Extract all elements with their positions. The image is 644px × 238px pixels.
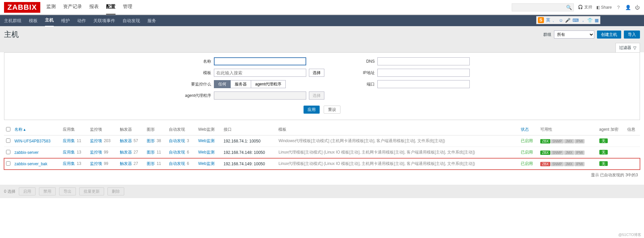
group-select[interactable]: 所有: [554, 31, 594, 39]
filter-proxy-select-button: 选择: [309, 92, 324, 100]
apps-link[interactable]: 应用集: [63, 161, 75, 166]
ime-skin-icon[interactable]: 👕: [587, 18, 593, 23]
apps-link[interactable]: 应用集: [63, 138, 75, 143]
col-name[interactable]: 名称 ▴: [14, 127, 26, 132]
status-link[interactable]: 已启用: [521, 138, 533, 143]
ime-lang[interactable]: 英: [546, 17, 550, 23]
support-link[interactable]: 🎧 支持: [578, 4, 592, 10]
filter-apply-button[interactable]: 应用: [304, 106, 320, 114]
create-host-button[interactable]: 创建主机: [597, 31, 621, 39]
subnav-templates[interactable]: 模板: [29, 15, 38, 26]
info-cell: [625, 147, 640, 158]
ime-face-icon[interactable]: ☺: [559, 18, 563, 23]
filter-ip-input[interactable]: [377, 69, 470, 77]
bulk-enable-button[interactable]: 启用: [19, 187, 36, 195]
items-link[interactable]: 监控项: [90, 161, 102, 166]
status-link[interactable]: 已启用: [521, 150, 533, 155]
host-name-link[interactable]: WIN-UFS4PB37583: [14, 139, 50, 143]
availability-cell: ZBXSNMPJMXIPMI: [538, 135, 597, 147]
graphs-link[interactable]: 图形: [147, 161, 155, 166]
subnav-actions[interactable]: 动作: [77, 15, 86, 26]
hosts-table-wrap: 名称 ▴ 应用集 监控项 触发器 图形 自动发现 Web监测 接口 模板 状态 …: [0, 124, 644, 185]
web-link[interactable]: Web监测: [198, 161, 214, 166]
bulk-export-button[interactable]: 导出: [59, 187, 76, 195]
host-name-link[interactable]: zabbix-server: [14, 150, 39, 155]
ime-keyboard-icon[interactable]: ⌨: [572, 18, 579, 23]
subnav-hosts[interactable]: 主机: [45, 14, 54, 27]
filter-name-input[interactable]: [214, 57, 306, 65]
discovery-link[interactable]: 自动发现: [169, 138, 185, 143]
ime-logo-icon: S: [538, 17, 544, 23]
templates-cell: Linux代理模板[主动模式] (Linux IO 模板[主动], 主机网卡通用…: [276, 158, 519, 170]
row-checkbox[interactable]: [6, 138, 10, 143]
filter-monitor-server[interactable]: 服务器: [231, 80, 251, 88]
bulk-disable-button[interactable]: 禁用: [39, 187, 56, 195]
col-info: 信息: [625, 124, 640, 135]
share-link[interactable]: ◧ Share: [596, 5, 612, 10]
col-status[interactable]: 状态: [521, 127, 529, 132]
discovery-link[interactable]: 自动发现: [169, 150, 185, 155]
iface-cell: 192.168.74.1: 10050: [222, 135, 277, 147]
row-checkbox[interactable]: [6, 161, 10, 166]
ime-grid-icon[interactable]: ▦: [595, 18, 599, 23]
web-link[interactable]: Web监测: [198, 138, 214, 143]
items-link[interactable]: 监控项: [90, 150, 102, 155]
top-right: 🔍 🎧 支持 ◧ Share ? 👤 ⏻: [512, 3, 640, 11]
filter-template-select-button[interactable]: 选择: [309, 69, 324, 77]
ime-toolbar[interactable]: S 英 、 ☺ 🎤 ⌨ ， 👕 ▦: [536, 16, 600, 24]
triggers-link[interactable]: 触发器: [120, 138, 132, 143]
filter-monitor-proxy[interactable]: agent代理程序: [251, 80, 286, 88]
table-row: zabbix-server应用集 13监控项 99触发器 27图形 11自动发现…: [4, 147, 640, 158]
encryption-badge: 无: [599, 161, 608, 166]
select-all-checkbox[interactable]: [6, 127, 10, 131]
ime-punct[interactable]: ，: [581, 17, 585, 23]
import-button[interactable]: 导入: [624, 31, 640, 39]
graphs-link[interactable]: 图形: [147, 138, 155, 143]
triggers-link[interactable]: 触发器: [120, 161, 132, 166]
items-link[interactable]: 监控项: [90, 138, 102, 143]
triggers-link[interactable]: 触发器: [120, 150, 132, 155]
jmx-badge: JMX: [564, 151, 574, 155]
filter-template-input[interactable]: [214, 69, 306, 77]
col-apps: 应用集: [61, 124, 88, 135]
bulk-delete-button[interactable]: 删除: [107, 187, 124, 195]
ime-sep[interactable]: 、: [552, 17, 557, 23]
web-link[interactable]: Web监测: [198, 150, 214, 155]
filter-ip-label: IP地址: [355, 70, 375, 76]
subnav-maintenance[interactable]: 维护: [61, 15, 70, 26]
subnav-discovery[interactable]: 自动发现: [123, 15, 140, 26]
menu-reports[interactable]: 报表: [89, 0, 99, 15]
apps-link[interactable]: 应用集: [63, 150, 75, 155]
row-checkbox[interactable]: [6, 150, 10, 154]
iface-cell: 192.168.74.148: 10050: [222, 147, 277, 158]
zbx-badge: ZBX: [540, 151, 550, 155]
ime-mic-icon[interactable]: 🎤: [565, 18, 570, 23]
power-icon[interactable]: ⏻: [635, 5, 640, 10]
subnav-hostgroups[interactable]: 主机群组: [4, 15, 21, 26]
hosts-header-row: 名称 ▴ 应用集 监控项 触发器 图形 自动发现 Web监测 接口 模板 状态 …: [4, 124, 640, 135]
bulk-massupdate-button[interactable]: 批量更新: [79, 187, 104, 195]
filter-monitor-any[interactable]: 任何: [214, 80, 231, 88]
help-icon[interactable]: ?: [616, 5, 621, 10]
user-icon[interactable]: 👤: [625, 5, 631, 10]
global-search[interactable]: 🔍: [512, 3, 574, 11]
graphs-link[interactable]: 图形: [147, 150, 155, 155]
filter-reset-button[interactable]: 重设: [324, 106, 340, 114]
table-footer: 显示 已自动发现的 3中的3: [4, 170, 640, 181]
filter-dns-input[interactable]: [377, 57, 470, 65]
filter-toggle[interactable]: 过滤器 ▽: [615, 43, 640, 52]
availability-cell: ZBXSNMPJMXIPMI: [538, 147, 597, 158]
filter-port-input[interactable]: [377, 80, 470, 88]
table-row: zabbix-server_bak应用集 13监控项 99触发器 27图形 11…: [4, 158, 640, 170]
menu-configuration[interactable]: 配置: [106, 0, 116, 15]
subnav-correlation[interactable]: 关联项事件: [93, 15, 115, 26]
menu-administration[interactable]: 管理: [123, 0, 132, 15]
host-name-link[interactable]: zabbix-server_bak: [14, 162, 47, 166]
discovery-link[interactable]: 自动发现: [169, 161, 185, 166]
logo[interactable]: ZABBIX: [4, 2, 40, 13]
menu-monitoring[interactable]: 监测: [46, 0, 56, 15]
subnav-services[interactable]: 服务: [147, 15, 156, 26]
menu-inventory[interactable]: 资产记录: [63, 0, 82, 15]
status-link[interactable]: 已启用: [521, 161, 533, 166]
info-cell: [625, 158, 640, 170]
